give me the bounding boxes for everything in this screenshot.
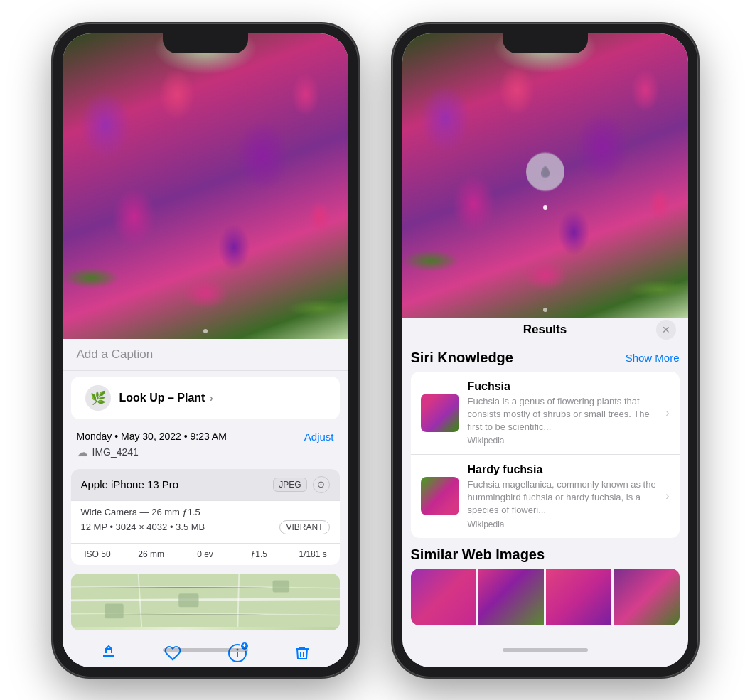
hardy-fuchsia-source: Wikipedia [468,519,658,529]
exif-shutter: 1/181 s [286,548,340,561]
spec-camera: Wide Camera — 26 mm ƒ1.5 [81,507,330,517]
right-phone-screen: Results ✕ Siri Knowledge Show More [402,33,688,667]
hardy-fuchsia-name: Hardy fuchsia [468,463,658,476]
exif-row: ISO 50 26 mm 0 ev ƒ1.5 1/181 s [71,543,340,565]
caption-area[interactable]: Add a Caption [63,339,348,371]
siri-knowledge-title: Siri Knowledge [411,350,513,366]
photo-dot [203,329,208,333]
jpeg-badge: JPEG [273,478,306,492]
fuchsia-name: Fuchsia [468,380,658,393]
spec-mp-row: 12 MP • 3024 × 4032 • 3.5 MB VIBRANT [81,520,330,534]
visual-search-button[interactable] [526,152,564,190]
right-photo-image[interactable] [402,33,688,318]
meta-filename: ☁ IMG_4241 [77,446,334,459]
home-indicator-right [503,648,588,652]
location-icon: ⊙ [313,476,330,493]
meta-section: Monday • May 30, 2022 • 9:23 AM Adjust ☁… [63,422,348,465]
device-specs: Wide Camera — 26 mm ƒ1.5 12 MP • 3024 × … [71,501,340,543]
share-icon [100,645,117,666]
filename-text: IMG_4241 [92,446,139,458]
right-photo-dot [543,308,547,312]
knowledge-card: Fuchsia Fuchsia is a genus of flowering … [411,372,680,538]
siri-knowledge-header: Siri Knowledge Show More [411,350,680,366]
close-button[interactable]: ✕ [656,320,676,340]
right-notch [503,33,588,53]
similar-grid [411,569,680,625]
fuchsia-thumb [421,394,459,432]
similar-title: Similar Web Images [411,546,680,563]
device-header: Apple iPhone 13 Pro JPEG ⊙ [71,469,340,501]
device-section: Apple iPhone 13 Pro JPEG ⊙ Wide Camera —… [71,469,340,565]
spec-mp: 12 MP • 3024 × 4032 • 3.5 MB [81,522,205,532]
svg-rect-2 [272,580,289,592]
caption-placeholder[interactable]: Add a Caption [77,348,154,361]
results-sheet: Results ✕ Siri Knowledge Show More [402,303,688,667]
fuchsia-desc: Fuchsia is a genus of flowering plants t… [468,395,658,434]
similar-image-4[interactable] [614,569,679,625]
fuchsia-source: Wikipedia [468,436,658,446]
meta-date: Monday • May 30, 2022 • 9:23 AM [77,431,227,442]
knowledge-item-fuchsia[interactable]: Fuchsia Fuchsia is a genus of flowering … [411,372,680,456]
device-name: Apple iPhone 13 Pro [81,478,179,490]
fuchsia-chevron: › [665,406,669,419]
fuchsia-info: Fuchsia Fuchsia is a genus of flowering … [468,380,658,446]
notch [163,33,248,53]
look-up-label: Look Up [119,392,165,404]
similar-section: Similar Web Images [411,546,680,625]
exif-mm: 26 mm [124,548,178,561]
similar-image-1[interactable] [411,569,476,625]
sheet-body: Siri Knowledge Show More Fuchsia Fuchsia… [402,347,688,667]
look-up-text: Look Up – Plant › [119,392,213,404]
svg-rect-1 [178,593,198,607]
hardy-fuchsia-chevron: › [665,490,669,502]
share-button[interactable] [100,645,117,666]
look-up-row[interactable]: 🌿 Look Up – Plant › [71,377,340,419]
look-up-icon: 🌿 [85,385,111,411]
photo-dots [63,329,348,333]
exif-iso: ISO 50 [71,548,125,561]
home-indicator-left [163,648,248,652]
hardy-fuchsia-desc: Fuchsia magellanica, commonly known as t… [468,478,658,517]
look-up-subject: Plant [177,392,205,404]
knowledge-item-hardy-fuchsia[interactable]: Hardy fuchsia Fuchsia magellanica, commo… [411,455,680,538]
show-more-button[interactable]: Show More [626,352,680,364]
look-up-chevron: › [210,392,213,404]
exif-aperture: ƒ1.5 [232,548,286,561]
look-up-dash: – [165,392,178,404]
map-section[interactable] [71,574,340,630]
exif-ev: 0 ev [178,548,232,561]
flower-overlay [63,33,348,339]
right-photo-dots [402,308,688,312]
hardy-fuchsia-thumb [421,477,459,515]
visual-search-dot [543,205,547,210]
right-screen: Results ✕ Siri Knowledge Show More [402,33,688,667]
vibrant-badge: VIBRANT [279,520,329,534]
sheet-header: Results ✕ [402,316,688,347]
trash-icon [294,645,311,666]
svg-rect-3 [105,603,123,618]
photo-image[interactable] [63,33,348,339]
left-phone: Add a Caption 🌿 Look Up – Plant › Monday… [53,23,358,677]
left-phone-screen: Add a Caption 🌿 Look Up – Plant › Monday… [63,33,348,667]
hardy-fuchsia-info: Hardy fuchsia Fuchsia magellanica, commo… [468,463,658,529]
delete-button[interactable] [294,645,311,666]
adjust-button[interactable]: Adjust [304,431,334,443]
left-info-panel: Add a Caption 🌿 Look Up – Plant › Monday… [63,339,348,667]
info-button[interactable]: ✦ [228,644,247,667]
phones-container: Add a Caption 🌿 Look Up – Plant › Monday… [38,9,712,691]
right-phone: Results ✕ Siri Knowledge Show More [392,23,698,677]
similar-image-3[interactable] [546,569,611,625]
sheet-title: Results [523,323,567,337]
device-badges: JPEG ⊙ [273,476,329,493]
cloud-icon: ☁ [77,446,88,459]
similar-image-2[interactable] [478,569,544,625]
